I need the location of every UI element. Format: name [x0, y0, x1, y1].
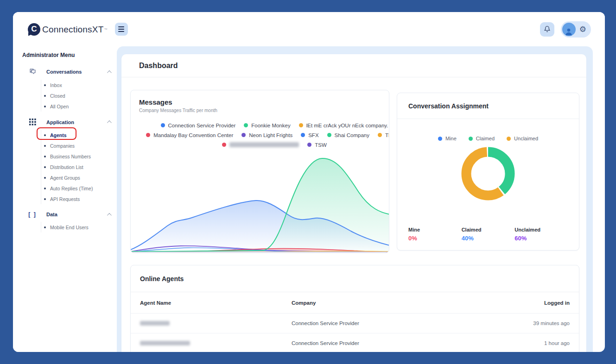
legend-item[interactable]: Foonkie Monkey — [244, 123, 290, 128]
user-avatar[interactable] — [562, 23, 576, 36]
legend-item[interactable]: TSW — [307, 142, 327, 148]
logo-speech-bubble-icon: C — [28, 23, 40, 36]
legend-item[interactable]: Shai Company — [327, 132, 369, 138]
sidebar-item-agent-groups[interactable]: Agent Groups — [41, 172, 117, 183]
chevron-up-icon — [107, 213, 112, 217]
donut-stats: Mine 0% Claimed 40% Unclaimed 60% — [408, 227, 568, 242]
messages-subtitle: Company Messages Traffic per month — [139, 108, 381, 113]
legend-item-unclaimed[interactable]: Unclaimed — [507, 136, 538, 141]
agent-logged-in: 39 minutes ago — [477, 320, 570, 326]
legend-dot — [161, 123, 165, 127]
agent-company: Connection Service Provider — [292, 320, 477, 326]
redacted-agent-name — [140, 321, 170, 326]
legend-item[interactable]: Neon Light Frights — [241, 132, 292, 138]
legend-dot — [146, 133, 150, 137]
messages-card-header: Messages Company Messages Traffic per mo… — [131, 90, 389, 113]
stat-unclaimed: Unclaimed 60% — [514, 227, 568, 242]
dashboard-header: Dashboard — [121, 54, 586, 77]
legend-item[interactable]: The Ch — [378, 132, 389, 138]
conversation-title: Conversation Assignment — [408, 102, 489, 110]
sidebar-item-agents[interactable]: Agents — [41, 130, 117, 140]
profile-pill: ⚙ — [561, 21, 591, 38]
conversation-card-header: Conversation Assignment — [397, 93, 579, 119]
stat-claimed: Claimed 40% — [462, 227, 515, 242]
donut-legend: Mine Claimed Unclaimed — [397, 136, 579, 141]
legend-dot — [244, 123, 248, 127]
brand-zone: C ConnectionsXT™ — [28, 23, 128, 36]
legend-dot — [307, 143, 311, 147]
messages-legend: Connection Service Provider Foonkie Monk… — [131, 120, 389, 150]
legend-dot — [438, 137, 442, 141]
sidebar-header-conversations[interactable]: Conversations — [13, 65, 117, 79]
agent-logged-in: 1 hour ago — [477, 340, 570, 346]
sidebar-item-business-numbers[interactable]: Business Numbers — [41, 151, 117, 162]
table-header-row: Agent Name Company Logged in — [131, 292, 579, 314]
stat-mine: Mine 0% — [408, 227, 462, 242]
legend-item[interactable]: Mandalay Bay Convention Center — [146, 132, 233, 138]
column-header-agent-name: Agent Name — [140, 300, 292, 306]
table-row: Connection Service Provider 39 minutes a… — [131, 314, 579, 333]
bell-icon — [544, 25, 551, 33]
redacted-text — [229, 142, 299, 147]
sidebar-section-data: [ ] Data Mobile End Users — [13, 208, 117, 232]
sidebar-section-application: Application Agents Companies Business Nu… — [13, 115, 117, 204]
topbar-actions: ⚙ — [540, 21, 591, 38]
sidebar-section-label: Conversations — [46, 69, 107, 75]
gear-icon[interactable]: ⚙ — [579, 25, 586, 33]
chat-bubbles-icon — [28, 68, 37, 75]
legend-dot — [469, 137, 473, 141]
chevron-up-icon — [107, 120, 112, 125]
messages-card: Messages Company Messages Traffic per mo… — [130, 90, 389, 253]
brand-name: ConnectionsXT™ — [42, 23, 108, 36]
messages-title: Messages — [139, 98, 381, 106]
sidebar-item-distribution-list[interactable]: Distribution List — [41, 162, 117, 172]
legend-dot — [241, 133, 246, 137]
app-window: C ConnectionsXT™ ⚙ — [13, 12, 605, 352]
legend-item[interactable]: lEt mE crAck yOUr nEck company. — [299, 123, 388, 128]
online-agents-header: Online Agents — [131, 265, 579, 292]
page-title: Dashboard — [139, 62, 178, 70]
sidebar-section-conversations: Conversations Inbox Closed All Open — [13, 65, 117, 112]
sidebar-item-all-open[interactable]: All Open — [41, 101, 117, 112]
sidebar-item-api-requests[interactable]: API Requests — [41, 194, 117, 204]
legend-dot — [327, 133, 331, 137]
sidebar-item-auto-replies[interactable]: Auto Replies (Time) — [41, 183, 117, 194]
app-logo[interactable]: C ConnectionsXT™ — [28, 23, 108, 36]
topbar: C ConnectionsXT™ ⚙ — [13, 12, 605, 46]
legend-item-claimed[interactable]: Claimed — [469, 136, 495, 141]
sidebar-item-mobile-end-users[interactable]: Mobile End Users — [41, 222, 117, 232]
notifications-bell-button[interactable] — [540, 22, 554, 37]
hamburger-menu-button[interactable] — [115, 23, 128, 36]
messages-area-chart — [131, 151, 389, 252]
trademark-symbol: ™ — [104, 28, 108, 31]
sidebar-item-inbox[interactable]: Inbox — [41, 80, 117, 90]
sidebar-items-application: Agents Companies Business Numbers Distri… — [41, 130, 117, 204]
sidebar-items-conversations: Inbox Closed All Open — [41, 80, 117, 112]
online-agents-card: Online Agents Agent Name Company Logged … — [130, 265, 579, 352]
sidebar-title: Administrator Menu — [13, 52, 117, 58]
brackets-icon: [ ] — [28, 211, 37, 218]
dashboard-card: Dashboard Messages Company Messages Traf… — [121, 54, 586, 352]
person-icon — [564, 27, 573, 36]
agent-company: Connection Service Provider — [292, 340, 477, 346]
sidebar-item-closed[interactable]: Closed — [41, 90, 117, 101]
sidebar-section-label: Data — [46, 212, 107, 217]
online-agents-title: Online Agents — [140, 275, 184, 282]
sidebar-header-data[interactable]: [ ] Data — [13, 208, 117, 221]
conversation-assignment-card: Conversation Assignment Mine Claimed Unc… — [397, 93, 579, 251]
redacted-agent-name — [140, 341, 190, 345]
legend-item[interactable]: Connection Service Provider — [161, 123, 236, 128]
legend-item[interactable]: SFX — [301, 132, 318, 138]
legend-dot — [222, 143, 226, 147]
legend-item-mine[interactable]: Mine — [438, 136, 457, 141]
sidebar-item-companies[interactable]: Companies — [41, 140, 117, 151]
legend-item-redacted[interactable] — [222, 142, 299, 147]
column-header-logged-in: Logged in — [477, 300, 570, 306]
legend-dot — [301, 133, 305, 137]
column-header-company: Company — [292, 300, 477, 306]
table-row: Connection Service Provider 1 hour ago — [131, 333, 579, 352]
legend-dot — [507, 137, 511, 141]
sidebar-header-application[interactable]: Application — [13, 115, 117, 129]
legend-dot — [299, 123, 303, 127]
legend-dot — [378, 133, 382, 137]
